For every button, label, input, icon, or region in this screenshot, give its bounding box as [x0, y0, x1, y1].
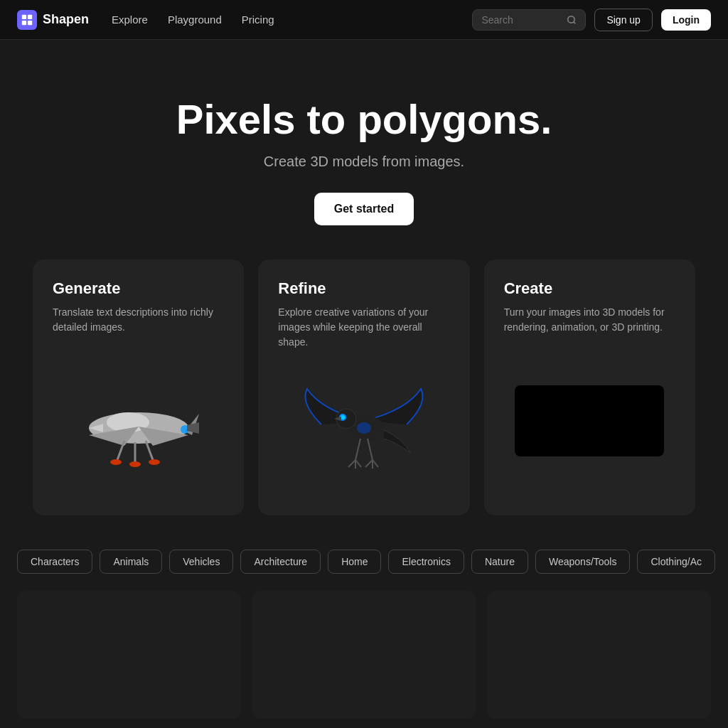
svg-point-12	[110, 459, 122, 465]
gallery-row	[0, 591, 728, 719]
gallery-item-2	[252, 591, 476, 719]
svg-line-30	[365, 460, 373, 467]
gallery-item-3	[487, 591, 711, 719]
svg-line-5	[574, 21, 576, 23]
search-icon	[567, 15, 577, 25]
spaceship-illustration	[68, 364, 210, 478]
navbar: Shapen Explore Playground Pricing Sign u…	[0, 0, 728, 40]
card-create-image	[504, 346, 675, 496]
category-vehicles[interactable]: Vehicles	[169, 550, 233, 574]
svg-rect-0	[22, 14, 26, 18]
category-electronics[interactable]: Electronics	[388, 550, 464, 574]
card-refine-image	[278, 361, 449, 496]
hero-subheadline: Create 3D models from images.	[17, 154, 711, 170]
brand-icon	[17, 10, 37, 30]
card-generate-image	[53, 346, 224, 496]
brand-name: Shapen	[43, 12, 89, 27]
brand-logo[interactable]: Shapen	[17, 10, 89, 30]
svg-line-26	[368, 439, 373, 460]
nav-links: Explore Playground Pricing	[112, 14, 274, 26]
category-bar: Characters Animals Vehicles Architecture…	[0, 550, 728, 574]
card-create-desc: Turn your images into 3D models for rend…	[504, 305, 675, 335]
svg-line-27	[348, 460, 355, 467]
card-generate-title: Generate	[53, 279, 224, 298]
bird-illustration	[293, 368, 435, 488]
card-refine-title: Refine	[278, 279, 449, 298]
nav-right: Sign up Login	[472, 9, 711, 31]
card-generate: Generate Translate text descriptions int…	[33, 259, 244, 515]
card-refine-desc: Explore creative variations of your imag…	[278, 305, 449, 350]
feature-cards-row: Generate Translate text descriptions int…	[0, 259, 728, 515]
category-animals[interactable]: Animals	[100, 550, 162, 574]
get-started-button[interactable]: Get started	[314, 193, 414, 225]
category-architecture[interactable]: Architecture	[240, 550, 321, 574]
nav-pricing[interactable]: Pricing	[242, 14, 274, 26]
svg-rect-3	[28, 20, 32, 24]
nav-playground[interactable]: Playground	[168, 14, 222, 26]
brand-icon-svg	[21, 14, 33, 26]
nav-left: Shapen Explore Playground Pricing	[17, 10, 274, 30]
svg-line-32	[373, 460, 378, 467]
category-characters[interactable]: Characters	[17, 550, 92, 574]
gallery-item-1	[17, 591, 241, 719]
category-home[interactable]: Home	[328, 550, 381, 574]
search-input[interactable]	[481, 14, 561, 26]
card-create: Create Turn your images into 3D models f…	[484, 259, 695, 515]
svg-line-25	[355, 439, 360, 460]
svg-point-33	[357, 422, 371, 434]
card-generate-desc: Translate text descriptions into richly …	[53, 305, 224, 335]
create-preview-box	[515, 385, 664, 456]
category-clothing[interactable]: Clothing/Ac	[637, 550, 715, 574]
search-box[interactable]	[472, 9, 586, 31]
card-refine: Refine Explore creative variations of yo…	[258, 259, 469, 515]
svg-point-14	[149, 459, 160, 465]
svg-point-4	[568, 16, 574, 22]
signup-button[interactable]: Sign up	[594, 9, 652, 31]
svg-point-16	[129, 461, 141, 467]
hero-section: Pixels to polygons. Create 3D models fro…	[0, 40, 728, 259]
svg-line-29	[355, 460, 361, 467]
card-create-title: Create	[504, 279, 675, 298]
svg-rect-1	[28, 14, 32, 18]
svg-rect-2	[22, 20, 26, 24]
login-button[interactable]: Login	[661, 9, 711, 31]
category-weapons-tools[interactable]: Weapons/Tools	[535, 550, 630, 574]
nav-explore[interactable]: Explore	[112, 14, 148, 26]
hero-headline: Pixels to polygons.	[17, 97, 711, 142]
category-nature[interactable]: Nature	[471, 550, 528, 574]
